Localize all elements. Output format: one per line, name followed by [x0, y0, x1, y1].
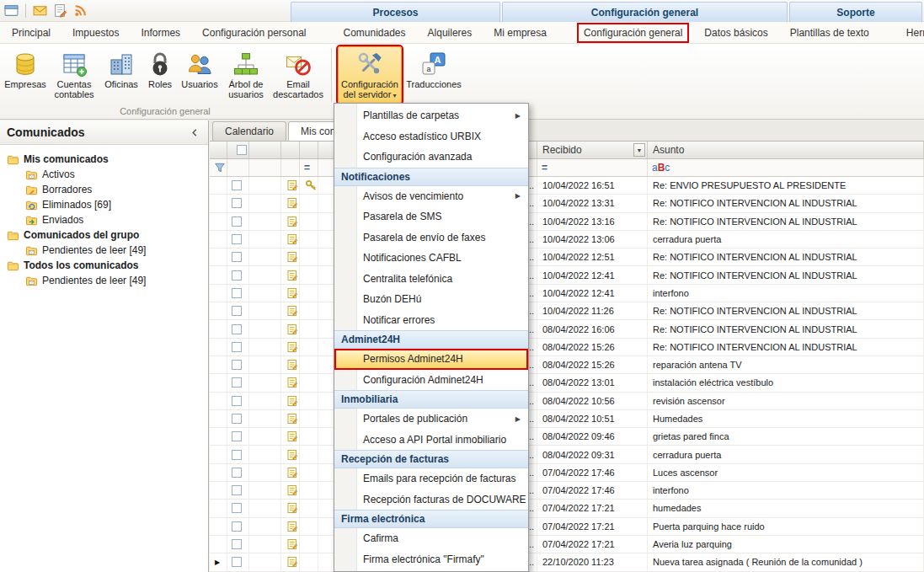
- traducciones-button[interactable]: AaTraducciones: [403, 46, 464, 104]
- filter-recibido-cell[interactable]: =: [537, 159, 648, 176]
- filter-asunto-cell[interactable]: aBc: [648, 159, 924, 176]
- row-checkbox-cell[interactable]: [227, 428, 249, 445]
- menu-item-configuracion-avanzada[interactable]: Configuración avanzada: [334, 147, 528, 168]
- menu-item-buzon-dehu[interactable]: Buzón DEHú: [334, 289, 528, 310]
- tab-comunidades[interactable]: Comunidades: [339, 24, 411, 41]
- table-row[interactable]: ..07/04/2022 17:21Puerta parquing hace r…: [210, 518, 924, 536]
- table-row[interactable]: ..08/04/2022 13:01instalación eléctrica …: [210, 374, 924, 392]
- row-checkbox-cell[interactable]: [227, 177, 249, 194]
- empresas-button[interactable]: Empresas: [3, 46, 47, 104]
- table-row[interactable]: ..10/04/2022 13:31Re: NOTIFICO INTERVENC…: [210, 195, 924, 212]
- qat-button-edit-note-icon[interactable]: [52, 3, 68, 19]
- configuracion-del-servidor-button[interactable]: Configuración del servidor ▾: [338, 46, 402, 104]
- row-checkbox[interactable]: [232, 539, 242, 549]
- menu-item-emails-para-recepcion-de-facturas[interactable]: Emails para recepción de facturas: [334, 468, 528, 489]
- doc-tab-calendario[interactable]: Calendario: [212, 121, 286, 141]
- flag-column-header[interactable]: [249, 142, 281, 158]
- row-checkbox-cell[interactable]: [227, 339, 249, 355]
- table-row[interactable]: ..08/04/2022 09:46grietas pared finca: [210, 428, 924, 446]
- row-checkbox[interactable]: [232, 198, 242, 208]
- tab-alquileres[interactable]: Alquileres: [423, 24, 478, 41]
- tab-principal[interactable]: Principal: [7, 24, 56, 41]
- cuentas-contables-button[interactable]: Cuentas contables: [49, 46, 99, 104]
- row-checkbox[interactable]: [232, 288, 242, 298]
- row-checkbox-cell[interactable]: [227, 231, 249, 248]
- menu-item-pasarela-de-envio-de-faxes[interactable]: Pasarela de envío de faxes: [334, 227, 528, 249]
- menu-item-pasarela-de-sms[interactable]: Pasarela de SMS: [334, 206, 528, 227]
- key-column-header[interactable]: [300, 142, 318, 158]
- row-checkbox[interactable]: [232, 360, 242, 370]
- row-checkbox[interactable]: [232, 468, 242, 478]
- table-row[interactable]: ..10/04/2022 16:51Re: ENVIO PRESUPUESTO …: [210, 177, 924, 195]
- qat-button-mail-icon[interactable]: [32, 3, 48, 19]
- row-checkbox[interactable]: [232, 270, 242, 281]
- tab-herramientas[interactable]: Herramientas: [901, 24, 924, 41]
- tab-configuracion-general[interactable]: Configuración general: [579, 24, 687, 41]
- header-checkbox[interactable]: [237, 145, 247, 155]
- row-checkbox-cell[interactable]: [227, 410, 249, 427]
- menu-item-recepcion-facturas-de-docuware[interactable]: Recepción facturas de DOCUWARE: [334, 489, 528, 511]
- row-checkbox[interactable]: [232, 377, 242, 388]
- row-checkbox-cell[interactable]: [227, 249, 249, 265]
- table-row[interactable]: ..10/04/2022 11:26Re: NOTIFICO INTERVENC…: [210, 302, 924, 320]
- filter-key-cell[interactable]: =: [300, 159, 318, 176]
- row-checkbox-cell[interactable]: [227, 482, 249, 499]
- qat-button-feed-icon[interactable]: [72, 3, 88, 19]
- table-row[interactable]: ..08/04/2022 16:06Re: NOTIFICO INTERVENC…: [210, 320, 924, 338]
- tree-item-todos-los-comunicados[interactable]: Todos los comunicados: [0, 258, 208, 273]
- tree-item-eliminados-69[interactable]: Eliminados [69]: [0, 197, 208, 212]
- table-row[interactable]: ..10/04/2022 12:41interfono: [210, 285, 924, 302]
- menu-item-notificaciones-cafbl[interactable]: Notificaciones CAFBL: [334, 248, 528, 269]
- menu-item-plantillas-de-carpetas[interactable]: Plantillas de carpetas▶: [334, 105, 528, 126]
- menu-item-configuracion-adminet24h[interactable]: Configuración Adminet24H: [334, 370, 528, 391]
- row-checkbox[interactable]: [232, 180, 242, 190]
- row-checkbox[interactable]: [232, 234, 242, 244]
- filter-note-cell[interactable]: [281, 159, 300, 176]
- email-descartados-button[interactable]: Email descartados: [271, 46, 325, 104]
- checkbox-header[interactable]: [227, 142, 249, 158]
- row-checkbox[interactable]: [232, 485, 242, 495]
- column-header-recibido[interactable]: Recibido▼: [537, 142, 648, 158]
- row-checkbox[interactable]: [232, 450, 242, 460]
- tab-datos-basicos[interactable]: Datos básicos: [699, 24, 772, 41]
- tab-mi-empresa[interactable]: Mi empresa: [489, 24, 552, 41]
- row-indicator-header[interactable]: [210, 142, 227, 158]
- tree-item-pendientes-de-leer-49[interactable]: Pendientes de leer [49]: [0, 273, 208, 288]
- row-checkbox[interactable]: [232, 557, 242, 567]
- table-row[interactable]: ..07/04/2022 17:21Averia luz parquing: [210, 536, 924, 553]
- table-row[interactable]: ..08/04/2022 10:51Humedades: [210, 410, 924, 428]
- table-row[interactable]: ..08/04/2022 09:31cerradura puerta: [210, 446, 924, 463]
- tab-configuracion-personal[interactable]: Configuración personal: [197, 24, 311, 41]
- row-checkbox-cell[interactable]: [227, 320, 249, 337]
- tree-item-enviados[interactable]: Enviados: [0, 212, 208, 227]
- table-row[interactable]: ..07/04/2022 17:46interfono: [210, 482, 924, 500]
- row-checkbox[interactable]: [232, 503, 242, 513]
- tab-impuestos[interactable]: Impuestos: [67, 24, 124, 41]
- row-checkbox-cell[interactable]: [227, 553, 249, 570]
- menu-item-avisos-de-vencimiento[interactable]: Avisos de vencimiento▶: [334, 186, 528, 207]
- row-checkbox-cell[interactable]: [227, 302, 249, 319]
- collapse-sidebar-icon[interactable]: [188, 126, 201, 139]
- menu-item-acceso-estadistico-urbix[interactable]: Acceso estadístico URBIX: [334, 126, 528, 147]
- row-checkbox-cell[interactable]: [227, 536, 249, 553]
- row-checkbox[interactable]: [232, 414, 242, 424]
- note-column-header[interactable]: [281, 142, 300, 158]
- qat-button-app-window-icon[interactable]: [3, 3, 19, 19]
- row-checkbox-cell[interactable]: [227, 464, 249, 481]
- tree-item-comunicados-del-grupo[interactable]: Comunicados del grupo: [0, 227, 208, 243]
- menu-item-cafirma[interactable]: Cafirma: [334, 528, 528, 549]
- row-checkbox-cell[interactable]: [227, 213, 249, 230]
- arbol-de-usuarios-button[interactable]: Árbol de usuarios: [222, 46, 270, 104]
- menu-item-firma-electronica-firmafy[interactable]: Firma electrónica "Firmafy": [334, 549, 528, 570]
- row-checkbox-cell[interactable]: [227, 285, 249, 302]
- row-checkbox-cell[interactable]: [227, 500, 249, 516]
- table-row[interactable]: ..10/04/2022 12:51Re: NOTIFICO INTERVENC…: [210, 249, 924, 266]
- menu-item-centralita-telefonica[interactable]: Centralita telefónica: [334, 269, 528, 290]
- row-checkbox[interactable]: [232, 342, 242, 352]
- tab-informes[interactable]: Informes: [136, 24, 185, 41]
- table-row[interactable]: ..10/04/2022 12:41Re: NOTIFICO INTERVENC…: [210, 266, 924, 284]
- row-checkbox-cell[interactable]: [227, 518, 249, 535]
- row-checkbox-cell[interactable]: [227, 393, 249, 409]
- row-checkbox-cell[interactable]: [227, 266, 249, 283]
- row-checkbox-cell[interactable]: [227, 446, 249, 462]
